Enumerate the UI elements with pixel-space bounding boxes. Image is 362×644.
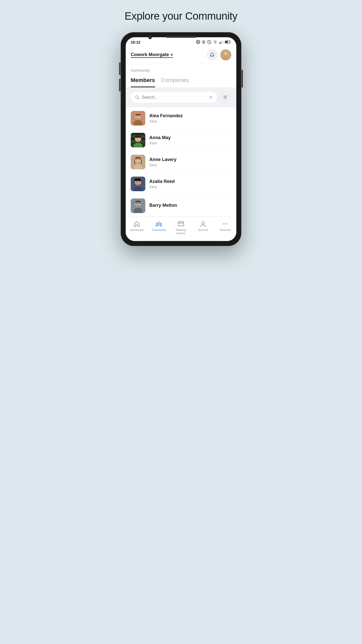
member-info: Alea Fernandez Xera: [149, 113, 231, 123]
svg-point-48: [158, 222, 160, 224]
svg-point-37: [139, 159, 140, 160]
member-company: Xera: [149, 141, 231, 145]
list-item[interactable]: Anne Lavery Xera: [126, 151, 236, 173]
members-list: Alea Fernandez Xera: [126, 107, 236, 217]
svg-rect-51: [178, 222, 184, 226]
search-bar: ✕: [131, 92, 217, 103]
svg-point-42: [139, 181, 140, 182]
nav-label-community: Community: [152, 228, 166, 232]
search-icon: [135, 95, 140, 100]
workspace-label: Cowork Moorgate: [131, 52, 169, 57]
volume-up-button: [119, 62, 120, 75]
status-time: 10:12: [131, 40, 140, 44]
nav-item-account[interactable]: Account: [192, 219, 214, 236]
nav-item-show-all[interactable]: Show All: [214, 219, 236, 236]
svg-point-16: [224, 52, 228, 55]
nav-label-meeting-rooms: MeetingRooms: [176, 228, 186, 235]
nav-label-account: Account: [198, 228, 208, 232]
volume-down-button: [119, 79, 120, 91]
svg-rect-17: [223, 56, 228, 60]
nav-label-dashboard: Dashboard: [130, 228, 144, 232]
member-info: Anna May Xera: [149, 135, 231, 145]
member-company: Xera: [149, 185, 231, 189]
svg-point-32: [139, 138, 140, 139]
notifications-button[interactable]: [207, 49, 218, 60]
section-label: Community: [126, 64, 236, 72]
blocked-icon: [207, 40, 211, 44]
workspace-selector[interactable]: Cowork Moorgate ∨: [131, 52, 173, 58]
community-icon: [155, 220, 162, 227]
nav-item-dashboard[interactable]: Dashboard: [126, 219, 148, 236]
bell-icon: [209, 52, 215, 58]
wifi-icon: [213, 40, 218, 44]
list-item[interactable]: Alea Fernandez Xera: [126, 107, 236, 129]
filter-icon: [223, 95, 228, 100]
meeting-rooms-icon: [177, 220, 185, 227]
battery-icon: [225, 40, 231, 44]
power-button: [242, 70, 243, 88]
camera: [148, 36, 152, 39]
tab-members[interactable]: Members: [131, 74, 155, 87]
member-avatar: [131, 133, 145, 147]
member-avatar: [131, 177, 145, 191]
page-title: Explore your Community: [125, 10, 238, 22]
chevron-down-icon: ∨: [170, 53, 173, 57]
svg-rect-9: [220, 42, 221, 44]
svg-rect-11: [222, 41, 223, 44]
status-bar: 10:12: [126, 37, 236, 46]
search-clear-button[interactable]: ✕: [209, 95, 213, 100]
member-avatar: [131, 111, 145, 126]
svg-point-55: [227, 223, 228, 224]
member-company: Xera: [149, 163, 231, 167]
show-all-icon: [222, 220, 229, 227]
svg-point-49: [156, 223, 158, 225]
member-name: Alea Fernandez: [149, 113, 231, 118]
member-info: Barry Melton: [149, 203, 231, 209]
user-avatar-button[interactable]: [220, 49, 231, 60]
nav-item-community[interactable]: Community: [148, 219, 170, 236]
search-area: ✕: [126, 87, 236, 107]
svg-point-53: [223, 223, 224, 224]
dashboard-icon: [133, 220, 140, 227]
avatar-image: [131, 198, 145, 213]
signal-icon: [219, 40, 223, 44]
avatar-image: [131, 155, 145, 169]
filter-button[interactable]: [219, 91, 231, 103]
avatar-image: [131, 133, 145, 147]
phone-shell: 10:12: [121, 32, 241, 246]
bottom-nav: Dashboard Community: [126, 217, 236, 241]
member-info: Azalia Reed Xera: [149, 179, 231, 189]
nav-item-meeting-rooms[interactable]: MeetingRooms: [170, 219, 192, 236]
sim-icon: [202, 40, 206, 44]
account-icon: [200, 220, 207, 227]
svg-point-7: [215, 43, 215, 44]
main-content: Community Members Companies ✕: [126, 64, 236, 217]
svg-rect-10: [221, 41, 222, 44]
list-item[interactable]: Barry Melton: [126, 195, 236, 217]
svg-point-22: [136, 115, 137, 116]
svg-point-54: [225, 223, 226, 224]
tabs-container: Members Companies: [126, 72, 236, 87]
svg-point-31: [136, 138, 137, 139]
phone-screen: 10:12: [126, 37, 236, 241]
svg-rect-4: [203, 42, 204, 43]
svg-rect-8: [219, 43, 220, 44]
search-input[interactable]: [142, 95, 207, 100]
avatar-image: [131, 111, 145, 126]
member-name: Azalia Reed: [149, 179, 231, 184]
nav-label-show-all: Show All: [220, 228, 231, 232]
svg-point-36: [136, 159, 137, 160]
list-item[interactable]: Anna May Xera: [126, 129, 236, 151]
svg-line-6: [208, 41, 211, 44]
list-item[interactable]: Azalia Reed Xera: [126, 173, 236, 195]
tab-companies[interactable]: Companies: [161, 74, 189, 87]
system-icons: [196, 40, 231, 44]
svg-rect-13: [225, 41, 228, 43]
member-name: Barry Melton: [149, 203, 231, 208]
svg-point-47: [139, 203, 140, 204]
svg-point-23: [139, 115, 140, 116]
svg-point-50: [160, 223, 162, 225]
svg-point-46: [136, 203, 137, 204]
member-name: Anna May: [149, 135, 231, 140]
avatar-image: [131, 177, 145, 191]
